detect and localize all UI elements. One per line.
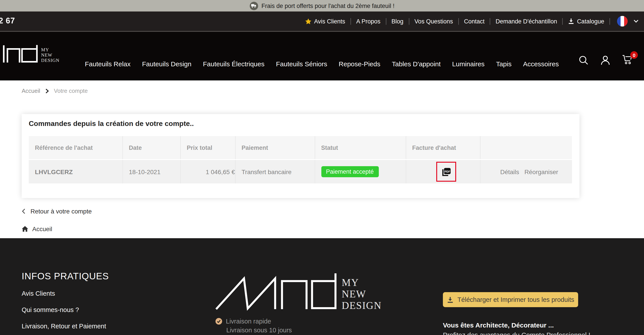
footer-link-qui-sommes-nous[interactable]: Qui sommes-nous ? — [22, 306, 79, 313]
footer-link-avis-clients[interactable]: Avis Clients — [22, 290, 55, 297]
order-total: 1 046,65 € — [180, 160, 235, 184]
main-menu: Fauteuils Relax Fauteuils Design Fauteui… — [85, 60, 559, 68]
col-facture: Facture d'achat — [406, 136, 480, 160]
download-icon — [568, 18, 574, 24]
chevron-left-icon — [22, 208, 26, 214]
delivery-subtitle: Livraison sous 10 jours — [226, 326, 292, 334]
check-circle-icon — [215, 318, 222, 325]
footer-brand-logo: MY NEW DESIGN — [215, 273, 388, 312]
footer-logo-word-my: MY — [342, 277, 359, 288]
details-link[interactable]: Détails — [500, 168, 519, 175]
pro-account-text: Profitez des avantages du Compte Profess… — [443, 331, 590, 335]
nav-accessoires[interactable]: Accessoires — [523, 60, 559, 68]
breadcrumb: Accueil Votre compte — [22, 88, 644, 94]
col-statut: Statut — [315, 136, 406, 160]
phone-number: 2 67 — [0, 16, 15, 26]
table-header-row: Référence de l'achat Date Prix total Pai… — [29, 136, 572, 160]
nav-repose-pieds[interactable]: Repose-Pieds — [339, 60, 380, 68]
col-actions — [480, 136, 572, 160]
table-row: LHVLGCERZ 18-10-2021 1 046,65 € Transfer… — [29, 160, 572, 184]
promo-text: Frais de port offerts pour l'achat du 2è… — [262, 2, 394, 9]
footer-infos-title: INFOS PRATIQUES — [22, 271, 109, 282]
logo-word-design: DESIGN — [41, 58, 60, 63]
truck-icon — [250, 2, 258, 10]
download-icon — [447, 296, 454, 303]
topbar-link-blog[interactable]: Blog — [386, 18, 409, 24]
back-to-account-link[interactable]: Retour à votre compte — [22, 208, 644, 215]
language-selector[interactable] — [610, 16, 641, 26]
delivery-info: Livraison rapide — [215, 318, 271, 325]
orders-card: Commandes depuis la création de votre co… — [22, 114, 580, 198]
breadcrumb-home[interactable]: Accueil — [22, 88, 40, 94]
orders-table: Référence de l'achat Date Prix total Pai… — [29, 136, 572, 184]
page: Frais de port offerts pour l'achat du 2è… — [0, 0, 644, 335]
reorder-link[interactable]: Réorganiser — [524, 168, 558, 175]
order-status-cell: Paiement accepté — [315, 160, 406, 184]
topbar-menu: Avis Clients A Propos Blog Vos Questions… — [300, 12, 641, 31]
home-link[interactable]: Accueil — [22, 226, 644, 232]
topbar-link-a-propos[interactable]: A Propos — [351, 18, 386, 24]
footer-link-livraison[interactable]: Livraison, Retour et Paiement — [22, 323, 106, 330]
search-icon[interactable] — [578, 55, 589, 66]
user-account-icon[interactable] — [600, 55, 610, 66]
orders-title: Commandes depuis la création de votre co… — [29, 120, 572, 128]
footer: INFOS PRATIQUES Avis Clients Qui sommes-… — [0, 238, 644, 335]
nav-tables-appoint[interactable]: Tables D'appoint — [392, 60, 441, 68]
cart-button[interactable]: 0 — [622, 54, 634, 66]
col-prix-total: Prix total — [180, 136, 235, 160]
nav-tapis[interactable]: Tapis — [496, 60, 512, 68]
topbar: 2 67 Avis Clients A Propos Blog Vos Ques… — [0, 12, 644, 32]
order-date: 18-10-2021 — [122, 160, 180, 184]
nav-fauteuils-relax[interactable]: Fauteuils Relax — [85, 60, 130, 68]
france-flag-icon — [617, 16, 628, 26]
footer-logo-word-new: NEW — [342, 288, 366, 300]
topbar-link-vos-questions[interactable]: Vos Questions — [409, 18, 458, 24]
main-content: Accueil Votre compte Commandes depuis la… — [0, 80, 644, 232]
col-reference: Référence de l'achat — [29, 136, 122, 160]
delivery-title: Livraison rapide — [226, 318, 271, 325]
star-icon — [305, 18, 312, 24]
col-paiement: Paiement — [235, 136, 315, 160]
logo-word-new: NEW — [41, 52, 52, 58]
cart-count-badge: 0 — [630, 51, 638, 59]
nav-luminaires[interactable]: Luminaires — [452, 60, 485, 68]
download-products-button[interactable]: Télécharger et Imprimer tous les produit… — [443, 292, 578, 307]
breadcrumb-current: Votre compte — [54, 88, 88, 94]
order-invoice-cell: PDF — [406, 160, 480, 184]
chevron-down-icon — [634, 20, 639, 23]
status-badge: Paiement accepté — [321, 166, 378, 177]
brand-logo[interactable]: MY NEW DESIGN — [0, 45, 73, 65]
main-navbar: MY NEW DESIGN Fauteuils Relax Fauteuils … — [0, 32, 644, 80]
home-icon — [22, 226, 28, 232]
order-reference: LHVLGCERZ — [29, 160, 122, 184]
svg-text:PDF: PDF — [444, 170, 450, 173]
topbar-link-catalogue[interactable]: Catalogue — [563, 18, 610, 24]
logo-word-my: MY — [41, 47, 49, 52]
topbar-link-avis-clients[interactable]: Avis Clients — [300, 18, 350, 24]
order-actions-cell: DétailsRéorganiser — [480, 160, 572, 184]
nav-icons: 0 — [578, 54, 634, 66]
pdf-icon: PDF — [440, 166, 452, 178]
pro-account-title: Vous êtes Architecte, Décorateur ... — [443, 321, 554, 329]
nav-fauteuils-electriques[interactable]: Fauteuils Électriques — [203, 60, 264, 68]
footer-logo-word-design: DESIGN — [342, 300, 382, 311]
topbar-link-contact[interactable]: Contact — [458, 18, 490, 24]
nav-fauteuils-seniors[interactable]: Fauteuils Séniors — [276, 60, 327, 68]
topbar-link-echantillon[interactable]: Demande D'échantillon — [490, 18, 562, 24]
chevron-right-icon — [45, 88, 49, 94]
order-payment: Transfert bancaire — [235, 160, 315, 184]
col-date: Date — [122, 136, 180, 160]
promo-banner: Frais de port offerts pour l'achat du 2è… — [0, 0, 644, 12]
nav-fauteuils-design[interactable]: Fauteuils Design — [142, 60, 192, 68]
invoice-pdf-button[interactable]: PDF — [436, 162, 456, 182]
